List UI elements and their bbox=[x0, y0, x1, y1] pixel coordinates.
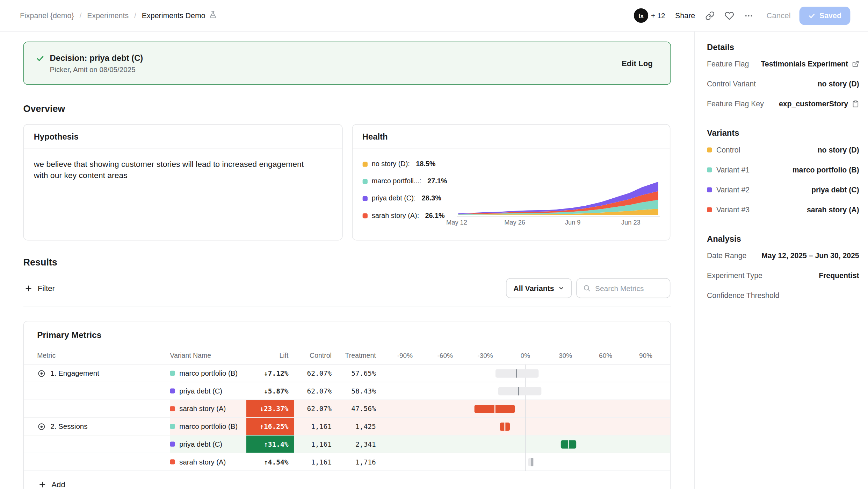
page-title: Experiments Demo bbox=[142, 11, 205, 20]
variant-cell: sarah story (A) bbox=[170, 453, 246, 470]
metric-cell: 1. Engagement bbox=[24, 364, 170, 382]
control-value: 62.07% bbox=[294, 382, 338, 399]
variant-value: sarah story (A) bbox=[807, 205, 859, 214]
legend-label: sarah story (A): bbox=[372, 212, 419, 219]
detail-row-feature-flag: Feature Flag Testimonials Experiment bbox=[707, 54, 859, 74]
lift-estimate-tick bbox=[504, 422, 505, 431]
top-bar: Fixpanel {demo} / Experiments / Experime… bbox=[0, 0, 868, 31]
legend-item: no story (D):18.5% bbox=[362, 160, 670, 168]
variant-value: priya debt (C) bbox=[811, 185, 859, 194]
breadcrumb-project[interactable]: Fixpanel {demo} bbox=[20, 11, 74, 20]
breadcrumb: Fixpanel {demo} / Experiments / Experime… bbox=[20, 10, 217, 21]
lift-value: ↓7.12% bbox=[246, 364, 294, 382]
health-title: Health bbox=[352, 125, 670, 149]
saved-button[interactable]: Saved bbox=[800, 6, 850, 24]
decision-title: Decision: priya debt (C) bbox=[50, 53, 143, 62]
variant-swatch bbox=[170, 371, 175, 376]
avatar[interactable]: fx bbox=[634, 8, 648, 23]
x-axis-label: May 26 bbox=[504, 219, 525, 226]
primary-metrics-card: Primary Metrics Metric Variant Name Lift… bbox=[23, 321, 671, 489]
variant-name: sarah story (A) bbox=[179, 458, 226, 466]
variant-swatch bbox=[170, 389, 175, 394]
hypothesis-title: Hypothesis bbox=[24, 125, 342, 149]
variant-name: marco portfolio (B) bbox=[179, 369, 238, 377]
legend-pct: 18.5% bbox=[416, 160, 435, 168]
variant-swatch bbox=[707, 147, 712, 152]
variant-row: Control no story (D) bbox=[707, 140, 859, 160]
metric-row[interactable]: 2. Sessionsmarco portfolio (B)↑16.25%1,1… bbox=[24, 418, 670, 435]
legend-swatch bbox=[362, 213, 367, 218]
variant-value: marco portfolio (B) bbox=[793, 165, 859, 174]
metric-label: 2. Sessions bbox=[50, 422, 87, 431]
target-icon bbox=[37, 369, 46, 377]
flask-icon bbox=[209, 10, 217, 21]
ci-chart-cell bbox=[383, 400, 671, 417]
edit-log-button[interactable]: Edit Log bbox=[622, 59, 653, 68]
favorite-heart-icon[interactable] bbox=[724, 11, 734, 20]
variant-label: Variant #1 bbox=[716, 165, 750, 174]
copy-clipboard-icon[interactable] bbox=[852, 100, 859, 107]
variant-cell: priya debt (C) bbox=[170, 435, 246, 453]
details-sidebar: Details Feature Flag Testimonials Experi… bbox=[695, 31, 868, 489]
share-button[interactable]: Share bbox=[675, 11, 695, 20]
variant-filter-label: All Variants bbox=[513, 284, 554, 292]
health-stacked-area-chart: May 12 May 26 Jun 9 Jun 23 bbox=[457, 180, 660, 227]
legend-swatch bbox=[362, 196, 367, 201]
metric-row[interactable]: 1. Engagementmarco portfolio (B)↓7.12%62… bbox=[24, 364, 670, 382]
filter-label: Filter bbox=[38, 284, 55, 292]
variant-name: sarah story (A) bbox=[179, 404, 226, 413]
more-options-icon[interactable] bbox=[744, 11, 753, 20]
treatment-value: 47.56% bbox=[338, 400, 383, 417]
analysis-label: Date Range bbox=[707, 251, 746, 260]
legend-label: priya debt (C): bbox=[372, 194, 415, 202]
legend-pct: 28.3% bbox=[422, 194, 441, 202]
copy-link-icon[interactable] bbox=[705, 11, 715, 20]
col-metric: Metric bbox=[24, 352, 170, 359]
top-actions: fx + 12 Share Cancel Saved bbox=[634, 6, 851, 24]
ci-chart-cell bbox=[383, 364, 671, 382]
detail-label: Feature Flag Key bbox=[707, 99, 764, 108]
variant-filter-dropdown[interactable]: All Variants bbox=[506, 278, 572, 298]
ci-chart-cell bbox=[383, 453, 671, 470]
metric-row[interactable]: sarah story (A)↓23.37%62.07%47.56% bbox=[24, 400, 670, 418]
plus-icon bbox=[24, 284, 33, 292]
overview-heading: Overview bbox=[23, 104, 671, 115]
breadcrumb-current: Experiments Demo bbox=[142, 10, 217, 21]
analysis-heading: Analysis bbox=[707, 234, 859, 243]
confidence-interval-bar bbox=[475, 404, 515, 413]
metric-cell bbox=[24, 453, 170, 470]
detail-row-feature-flag-key: Feature Flag Key exp_customerStory bbox=[707, 94, 859, 114]
breadcrumb-separator: / bbox=[134, 11, 136, 20]
add-filter-button[interactable]: Filter bbox=[23, 284, 55, 292]
add-metric-button[interactable]: Add bbox=[24, 471, 670, 489]
decision-banner: Decision: priya debt (C) Picker, Amit on… bbox=[23, 42, 671, 85]
metrics-table-header: Metric Variant Name Lift Control Treatme… bbox=[24, 347, 670, 365]
collaborator-count[interactable]: + 12 bbox=[651, 11, 665, 20]
lift-value: ↑16.25% bbox=[246, 418, 294, 435]
chevron-down-icon bbox=[558, 285, 565, 291]
axis-tick-label: -90% bbox=[397, 352, 413, 359]
breadcrumb-experiments[interactable]: Experiments bbox=[87, 11, 129, 20]
metric-row[interactable]: sarah story (A)↑4.54%1,1611,716 bbox=[24, 453, 670, 471]
external-link-icon[interactable] bbox=[852, 60, 859, 68]
variant-label: Variant #2 bbox=[716, 185, 750, 194]
legend-label: marco portfoli...: bbox=[372, 177, 421, 185]
lift-value: ↑4.54% bbox=[246, 453, 294, 470]
analysis-value: May 12, 2025 – Jun 30, 2025 bbox=[761, 251, 859, 260]
primary-metrics-title: Primary Metrics bbox=[24, 321, 670, 347]
cancel-button[interactable]: Cancel bbox=[767, 11, 791, 20]
variant-row: Variant #2 priya debt (C) bbox=[707, 179, 859, 199]
variant-label: Variant #3 bbox=[716, 205, 750, 214]
search-metrics-input[interactable] bbox=[595, 284, 660, 292]
analysis-row-experiment-type: Experiment Type Frequentist bbox=[707, 265, 859, 285]
search-metrics-box bbox=[576, 278, 670, 298]
metrics-rows: 1. Engagementmarco portfolio (B)↓7.12%62… bbox=[24, 364, 670, 471]
hypothesis-card: Hypothesis we believe that showing custo… bbox=[23, 124, 342, 241]
main-content: Decision: priya debt (C) Picker, Amit on… bbox=[0, 31, 695, 489]
metric-row[interactable]: priya debt (C)↑31.4%1,1612,341 bbox=[24, 435, 670, 453]
col-treatment: Treatment bbox=[338, 352, 383, 359]
metric-row[interactable]: priya debt (C)↓5.87%62.07%58.43% bbox=[24, 382, 670, 400]
variant-value: no story (D) bbox=[818, 146, 859, 154]
axis-tick-label: -60% bbox=[437, 352, 453, 359]
variant-name: priya debt (C) bbox=[179, 387, 222, 395]
